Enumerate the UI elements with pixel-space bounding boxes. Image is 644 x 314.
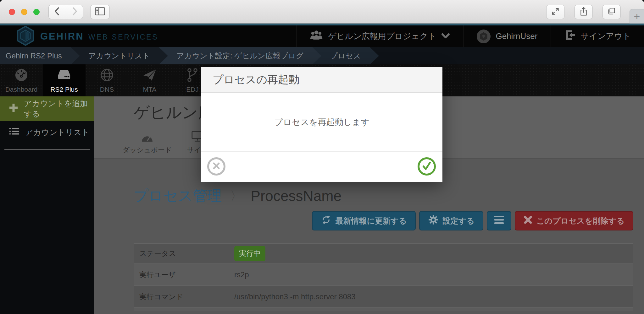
zoom-window-button[interactable] xyxy=(33,9,40,15)
refresh-label: 最新情報に更新する xyxy=(336,216,407,226)
fullscreen-button[interactable] xyxy=(546,5,564,19)
configure-label: 設定する xyxy=(443,216,475,226)
configure-button[interactable]: 設定する xyxy=(419,211,483,230)
share-button[interactable] xyxy=(575,5,593,19)
nav-item-dashboard[interactable]: Dashboard xyxy=(0,64,43,96)
confirm-button[interactable] xyxy=(418,157,436,176)
x-icon xyxy=(524,215,532,226)
more-actions-button[interactable] xyxy=(487,211,511,230)
process-heading: プロセス管理 〉 ProcessName xyxy=(134,186,644,206)
cancel-button[interactable] xyxy=(207,157,225,176)
confirm-check-icon xyxy=(421,160,432,172)
team-icon xyxy=(310,30,323,43)
account-list-label: アカウントリスト xyxy=(25,127,90,138)
new-tab-button[interactable]: + xyxy=(630,9,644,24)
window-titlebar: + xyxy=(0,0,644,24)
gehirn-hexagon-logo-icon xyxy=(16,26,35,47)
refresh-icon xyxy=(321,214,331,227)
dialog-body: プロセスを再起動します xyxy=(201,93,442,152)
server-icon xyxy=(57,68,71,84)
brand-logo[interactable]: GEHIRN WEB SERVICES xyxy=(0,26,296,47)
sidebar-divider xyxy=(4,149,90,150)
row-label: 実行コマンド xyxy=(134,292,234,302)
nav-item-dns[interactable]: DNS xyxy=(86,64,128,96)
forward-icon xyxy=(71,7,78,17)
row-label: 実行ユーザ xyxy=(134,270,234,280)
nav-label: Dashboard xyxy=(5,86,38,93)
dialog-header: プロセスの再起動 xyxy=(201,67,442,93)
dialog-message: プロセスを再起動します xyxy=(274,116,369,128)
nav-label: EDJ xyxy=(186,86,199,93)
brand-suffix: WEB SERVICES xyxy=(88,33,158,41)
project-name: ゲヒルン広報用プロジェクト xyxy=(328,31,436,42)
app-header: GEHIRN WEB SERVICES ゲヒルン広報用プロジェクト xyxy=(0,25,644,47)
tabs-overview-icon xyxy=(607,7,616,17)
breadcrumb-label: アカウント設定: ゲヒルン広報ブログ xyxy=(176,51,303,61)
dialog-footer xyxy=(201,152,442,181)
app-window: + GEHIRN WEB SERVICES xyxy=(0,0,644,314)
signout-icon xyxy=(564,29,575,43)
minimize-window-button[interactable] xyxy=(21,9,27,15)
dashboard-gauge-icon xyxy=(14,68,29,84)
toggle-sidebar-button[interactable] xyxy=(90,5,110,19)
plus-icon: + xyxy=(634,10,640,23)
breadcrumb: Gehirn RS2 Plus アカウントリスト アカウント設定: ゲヒルン広報… xyxy=(0,47,644,64)
heading-chevron: 〉 xyxy=(230,187,242,205)
avatar xyxy=(477,30,491,43)
breadcrumb-item-account-settings[interactable]: アカウント設定: ゲヒルン広報ブログ xyxy=(159,47,312,64)
history-nav-group xyxy=(48,5,83,19)
gauge-icon xyxy=(140,132,154,143)
globe-icon xyxy=(100,68,114,84)
tab-dashboard[interactable]: ダッシュボード xyxy=(122,129,172,158)
forward-button[interactable] xyxy=(66,5,83,19)
nav-label: RS2 Plus xyxy=(50,86,78,93)
add-account-button[interactable]: アカウントを追加する xyxy=(0,96,94,121)
process-name: ProcessName xyxy=(251,187,341,204)
traffic-lights xyxy=(9,9,40,15)
table-row-command: 実行コマンド /usr/bin/python3 -m http.server 8… xyxy=(134,285,633,307)
status-badge: 実行中 xyxy=(234,246,265,261)
nav-label: DNS xyxy=(100,86,114,93)
process-detail-table: ステータス 実行中 実行ユーザ rs2p 実行コマンド /usr/bin/pyt… xyxy=(134,243,633,311)
breadcrumb-label: Gehirn RS2 Plus xyxy=(6,51,62,60)
signout-label: サインアウト xyxy=(580,31,631,42)
row-value: rs2p xyxy=(234,270,249,279)
nav-item-mta[interactable]: MTA xyxy=(128,64,171,96)
row-label: ステータス xyxy=(134,249,234,258)
breadcrumb-label: アカウントリスト xyxy=(88,51,150,61)
share-icon xyxy=(579,6,588,18)
process-actions: 最新情報に更新する xyxy=(134,211,633,230)
table-row-status: ステータス 実行中 xyxy=(134,243,633,263)
close-window-button[interactable] xyxy=(9,9,15,15)
plus-icon xyxy=(9,103,18,114)
refresh-button[interactable]: 最新情報に更新する xyxy=(312,211,416,230)
tab-label: ダッシュボード xyxy=(122,145,172,155)
table-row-user: 実行ユーザ rs2p xyxy=(134,263,633,285)
show-all-tabs-button[interactable] xyxy=(602,5,621,19)
back-button[interactable] xyxy=(48,5,66,19)
hamburger-menu-icon xyxy=(494,216,504,226)
process-management-link[interactable]: プロセス管理 xyxy=(134,186,222,206)
delete-process-button[interactable]: このプロセスを削除する xyxy=(515,211,633,230)
project-selector[interactable]: ゲヒルン広報用プロジェクト xyxy=(296,25,463,47)
account-list-item[interactable]: アカウントリスト xyxy=(0,121,94,143)
cancel-x-icon xyxy=(212,161,221,171)
breadcrumb-item-rs2plus[interactable]: Gehirn RS2 Plus xyxy=(0,47,71,64)
gear-icon xyxy=(428,214,439,227)
delete-label: このプロセスを削除する xyxy=(536,216,625,226)
dialog-title: プロセスの再起動 xyxy=(213,73,299,87)
list-icon xyxy=(9,127,19,138)
restart-process-dialog: プロセスの再起動 プロセスを再起動します xyxy=(201,67,442,182)
nav-item-rs2plus[interactable]: RS2 Plus xyxy=(43,64,86,96)
chevron-down-icon xyxy=(441,31,450,41)
sidebar-icon xyxy=(94,6,106,18)
signout-button[interactable]: サインアウト xyxy=(551,25,644,47)
brand-name: GEHIRN xyxy=(40,31,84,42)
table-row-partial xyxy=(134,307,633,311)
user-name: GehirnUser xyxy=(496,31,537,41)
back-icon xyxy=(54,7,61,17)
add-account-label: アカウントを追加する xyxy=(24,98,94,119)
git-branch-icon xyxy=(185,68,200,84)
user-menu[interactable]: GehirnUser xyxy=(463,25,551,47)
breadcrumb-item-account-list[interactable]: アカウントリスト xyxy=(71,47,159,64)
